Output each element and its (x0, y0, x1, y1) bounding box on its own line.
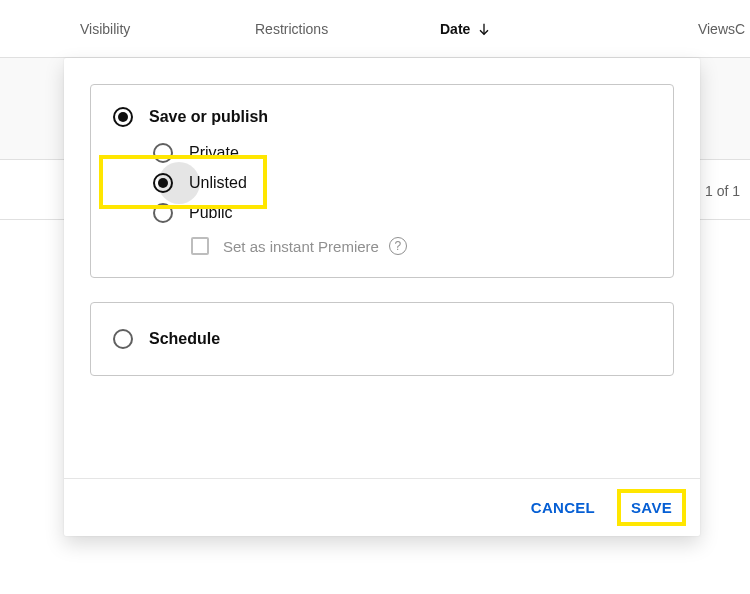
save-or-publish-panel: Save or publish Private Unlisted (90, 84, 674, 278)
checkbox-icon (191, 237, 209, 255)
column-header-truncated[interactable]: C (735, 21, 745, 37)
pagination-info: 1 of 1 (705, 183, 740, 199)
option-label: Public (189, 204, 233, 222)
option-instant-premiere[interactable]: Set as instant Premiere ? (111, 237, 653, 255)
dialog-footer: CANCEL SAVE (64, 478, 700, 536)
option-label: Unlisted (189, 174, 247, 192)
radio-icon (113, 329, 133, 349)
radio-icon (153, 203, 173, 223)
option-schedule[interactable]: Schedule (90, 302, 674, 376)
option-public[interactable]: Public (111, 201, 653, 225)
arrow-down-icon (476, 21, 492, 37)
column-header-views[interactable]: Views (680, 21, 735, 37)
option-label: Set as instant Premiere (223, 238, 379, 255)
cancel-button[interactable]: CANCEL (517, 489, 609, 526)
option-label: Schedule (149, 330, 220, 348)
option-label: Private (189, 144, 239, 162)
radio-icon (153, 143, 173, 163)
column-header-visibility[interactable]: Visibility (80, 21, 255, 37)
help-icon[interactable]: ? (389, 237, 407, 255)
visibility-dialog: Save or publish Private Unlisted (64, 58, 700, 536)
option-private[interactable]: Private (111, 141, 653, 165)
column-header-restrictions[interactable]: Restrictions (255, 21, 440, 37)
column-header-date-label: Date (440, 21, 470, 37)
radio-icon (113, 107, 133, 127)
option-save-or-publish[interactable]: Save or publish (111, 105, 653, 129)
column-header-date[interactable]: Date (440, 21, 680, 37)
save-button[interactable]: SAVE (617, 489, 686, 526)
option-unlisted[interactable]: Unlisted (111, 171, 653, 195)
radio-icon (153, 173, 173, 193)
option-label: Save or publish (149, 108, 268, 126)
column-header-row: Visibility Restrictions Date Views C (0, 0, 750, 58)
